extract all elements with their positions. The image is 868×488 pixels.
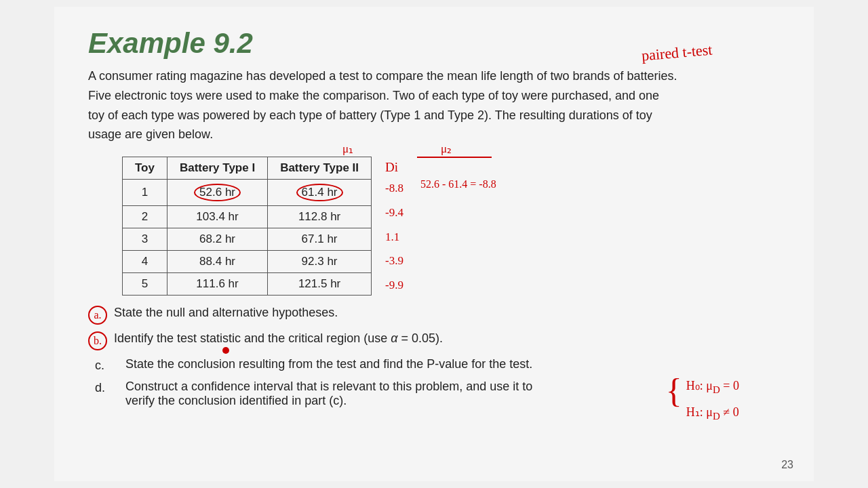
cursor-indicator xyxy=(222,347,229,354)
toy-num: 5 xyxy=(123,273,167,296)
page-number: 23 xyxy=(781,459,793,471)
di-section: Di -8.8 -9.4 1.1 -3.9 -9.9 xyxy=(385,157,403,297)
di-row: 1.1 xyxy=(385,225,403,249)
type2-val: 121.5 hr xyxy=(268,273,372,296)
type1-val: 68.2 hr xyxy=(167,228,267,251)
toy-num: 1 xyxy=(123,180,167,206)
di-values: -8.8 -9.4 1.1 -3.9 -9.9 xyxy=(385,176,403,297)
slide: Example 9.2 paired t-test A consumer rat… xyxy=(54,7,814,481)
body-text: A consumer rating magazine has developed… xyxy=(88,66,678,144)
table-row: 4 88.4 hr 92.3 hr xyxy=(123,251,372,273)
part-b-row: b. Identify the test statistic and the c… xyxy=(88,331,780,350)
part-c-row: c. State the conclusion resulting from t… xyxy=(95,357,780,373)
di-row: -9.9 xyxy=(385,273,403,298)
toy-num: 3 xyxy=(123,228,167,251)
toy-num: 2 xyxy=(123,206,167,228)
type2-val: 92.3 hr xyxy=(268,251,372,273)
part-a-label: a. xyxy=(88,306,107,325)
di-row: -8.8 xyxy=(385,176,403,201)
col-type2: Battery Type II xyxy=(268,157,372,180)
col-toy: Toy xyxy=(123,157,167,180)
null-hypothesis: H₀: μD = 0 xyxy=(686,373,739,400)
table-row: 1 52.6 hr 61.4 hr xyxy=(123,180,372,206)
type2-val: 112.8 hr xyxy=(268,206,372,228)
di-header: Di xyxy=(385,160,403,175)
di-row: -9.4 xyxy=(385,201,403,225)
circled-val: 52.6 hr xyxy=(194,184,241,201)
type2-val: 67.1 hr xyxy=(268,228,372,251)
part-b-text: Identify the test statistic and the crit… xyxy=(114,331,780,346)
alt-hypothesis: H₁: μD ≠ 0 xyxy=(686,400,739,426)
type1-val: 103.4 hr xyxy=(167,206,267,228)
hypothesis-text: H₀: μD = 0 H₁: μD ≠ 0 xyxy=(686,373,739,426)
type1-val: 111.6 hr xyxy=(167,273,267,296)
part-d-label: d. xyxy=(95,380,125,395)
toy-num: 4 xyxy=(123,251,167,273)
part-c-label: c. xyxy=(95,357,125,373)
table-row: 2 103.4 hr 112.8 hr xyxy=(123,206,372,228)
type2-val: 61.4 hr xyxy=(268,180,372,206)
mu2-annotation: μ₂ xyxy=(441,142,452,156)
mu1-annotation: μ₁ xyxy=(342,142,353,156)
part-c-text: State the conclusion resulting from the … xyxy=(125,357,780,371)
circled-val: 61.4 hr xyxy=(296,184,343,201)
di-row: -3.9 xyxy=(385,249,403,273)
type1-val: 52.6 hr xyxy=(167,180,267,206)
left-brace: { xyxy=(666,373,682,407)
table-section: Toy Battery Type I Battery Type II 1 52.… xyxy=(88,157,780,297)
type1-val: 88.4 hr xyxy=(167,251,267,273)
table-row: 5 111.6 hr 121.5 hr xyxy=(123,273,372,296)
calc-annotation: 52.6 - 61.4 = -8.8 xyxy=(420,157,496,190)
part-b-label: b. xyxy=(88,331,107,350)
data-table: Toy Battery Type I Battery Type II 1 52.… xyxy=(122,157,372,296)
table-row: 3 68.2 hr 67.1 hr xyxy=(123,228,372,251)
hypothesis-section: { H₀: μD = 0 H₁: μD ≠ 0 xyxy=(666,373,739,426)
col-type1: Battery Type I xyxy=(167,157,267,180)
part-a-row: a. State the null and alternative hypoth… xyxy=(88,306,780,325)
part-a-text: State the null and alternative hypothese… xyxy=(114,306,780,320)
